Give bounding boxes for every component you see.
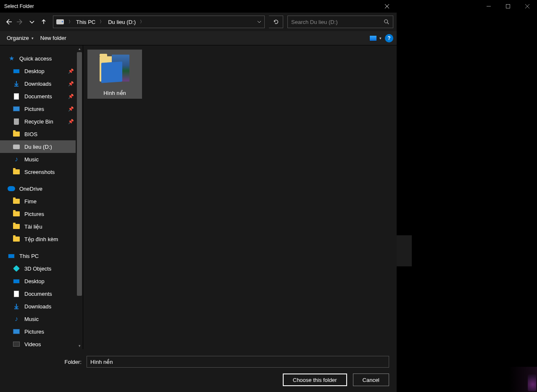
- sidebar-item-label: Pictures: [24, 329, 76, 335]
- search-button[interactable]: [380, 19, 393, 25]
- sidebar-item[interactable]: Videos: [0, 338, 76, 349]
- cancel-button[interactable]: Cancel: [353, 374, 389, 386]
- parent-maximize-button[interactable]: [498, 0, 518, 13]
- nav-tree: ★ Quick access Desktop📌Downloads📌Documen…: [0, 45, 76, 349]
- sidebar-item-label: Du lieu (D:): [24, 144, 76, 150]
- up-button[interactable]: [39, 17, 49, 27]
- sidebar-item[interactable]: Du lieu (D:): [0, 140, 76, 153]
- help-button[interactable]: ?: [385, 34, 393, 42]
- chevron-right-icon[interactable]: 〉: [67, 19, 74, 25]
- sidebar-item[interactable]: Downloads📌: [0, 77, 76, 90]
- sidebar-item[interactable]: Pictures: [0, 325, 76, 338]
- sidebar-item[interactable]: Tài liệu: [0, 220, 76, 233]
- down-icon: [13, 303, 20, 310]
- select-folder-dialog: Select Folder 〉 This PC 〉 Du lieu (D:) 〉: [0, 0, 397, 392]
- sidebar-quick-access[interactable]: ★ Quick access: [0, 52, 76, 65]
- back-button[interactable]: [3, 17, 13, 27]
- new-folder-button[interactable]: New folder: [37, 33, 70, 43]
- search-box[interactable]: [287, 16, 393, 28]
- sidebar-item[interactable]: Pictures📌: [0, 103, 76, 115]
- breadcrumb-this-pc[interactable]: This PC: [74, 19, 97, 25]
- close-button[interactable]: [377, 0, 397, 13]
- pic-icon: [13, 105, 20, 113]
- down-icon: [13, 80, 20, 87]
- sidebar-item[interactable]: Fime: [0, 195, 76, 208]
- address-bar[interactable]: 〉 This PC 〉 Du lieu (D:) 〉: [53, 16, 265, 28]
- sidebar-item[interactable]: Tệp đính kèm: [0, 233, 76, 245]
- sidebar-item[interactable]: ♪Music: [0, 313, 76, 325]
- parent-close-button[interactable]: [518, 0, 537, 13]
- monitor-icon: [13, 277, 20, 285]
- scroll-up-button[interactable]: ▴: [76, 45, 83, 52]
- sidebar-item[interactable]: ♪Music: [0, 153, 76, 166]
- background-panel: [397, 235, 412, 266]
- choose-folder-button[interactable]: Choose this folder: [283, 374, 347, 386]
- folder-icon: [13, 223, 20, 230]
- svg-line-7: [387, 23, 389, 24]
- scroll-down-button[interactable]: ▾: [76, 342, 83, 349]
- titlebar-title: Select Folder: [4, 3, 377, 9]
- sidebar-item-label: Downloads: [24, 81, 64, 87]
- folder-name-input[interactable]: [87, 356, 389, 368]
- sidebar-item-label: Desktop: [24, 278, 76, 284]
- chevron-right-icon[interactable]: 〉: [138, 19, 146, 25]
- sidebar-item-label: Documents: [24, 291, 76, 297]
- drive-icon: [56, 18, 64, 26]
- refresh-button[interactable]: [269, 16, 283, 28]
- nav-bar: 〉 This PC 〉 Du lieu (D:) 〉: [0, 13, 397, 31]
- sidebar-this-pc[interactable]: This PC: [0, 250, 76, 262]
- disk-icon: [13, 143, 20, 150]
- chevron-down-icon: ▾: [32, 36, 34, 40]
- sidebar-item-label: Music: [24, 316, 76, 322]
- doc-icon: [13, 290, 20, 297]
- sidebar-item-label: Pictures: [24, 106, 64, 112]
- address-dropdown-button[interactable]: [254, 20, 264, 24]
- pin-icon: 📌: [68, 119, 74, 124]
- sidebar-item[interactable]: Desktop📌: [0, 65, 76, 77]
- scroll-thumb[interactable]: [77, 52, 82, 296]
- view-options-button[interactable]: ▾: [366, 34, 385, 43]
- sidebar-item[interactable]: Screenshots: [0, 166, 76, 178]
- sidebar-item[interactable]: Documents📌: [0, 90, 76, 103]
- sidebar-item-label: Recycle Bin: [24, 118, 64, 125]
- sidebar-item[interactable]: BIOS: [0, 128, 76, 140]
- sidebar-item-label: Tệp đính kèm: [24, 236, 76, 242]
- folder-icon: [13, 197, 20, 205]
- recent-locations-button[interactable]: [27, 17, 37, 27]
- pic-icon: [13, 328, 20, 335]
- organize-button[interactable]: Organize▾: [3, 33, 37, 43]
- sidebar-item[interactable]: Pictures: [0, 208, 76, 220]
- breadcrumb: This PC 〉 Du lieu (D:) 〉: [74, 19, 254, 25]
- folder-icon: [13, 210, 20, 218]
- dialog-footer: Folder: Choose this folder Cancel: [0, 349, 397, 392]
- breadcrumb-drive[interactable]: Du lieu (D:): [106, 19, 137, 25]
- sidebar-item[interactable]: Desktop: [0, 275, 76, 287]
- sidebar-onedrive[interactable]: OneDrive: [0, 182, 76, 195]
- sidebar-label: This PC: [19, 253, 76, 259]
- doc-icon: [13, 92, 20, 100]
- parent-minimize-button[interactable]: [479, 0, 498, 13]
- sidebar-item-label: Tài liệu: [24, 224, 76, 230]
- sidebar-item[interactable]: Downloads: [0, 300, 76, 313]
- sidebar-item-label: 3D Objects: [24, 266, 76, 272]
- music-icon: ♪: [13, 155, 20, 163]
- folder-thumbnail-icon: [98, 53, 132, 87]
- sidebar-item-label: Videos: [24, 341, 76, 347]
- pin-icon: 📌: [68, 68, 74, 74]
- pin-icon: 📌: [68, 106, 74, 112]
- sidebar-item-label: Fime: [24, 198, 76, 205]
- sidebar-item[interactable]: 3D Objects: [0, 262, 76, 275]
- titlebar[interactable]: Select Folder: [0, 0, 397, 13]
- bin-icon: [13, 118, 20, 125]
- search-input[interactable]: [288, 19, 380, 25]
- folder-icon: [13, 168, 20, 176]
- sidebar-item[interactable]: Documents: [0, 287, 76, 300]
- content-area[interactable]: Hình nền: [83, 45, 397, 349]
- forward-button[interactable]: [15, 17, 25, 27]
- folder-item-selected[interactable]: Hình nền: [87, 50, 142, 99]
- sidebar-item[interactable]: Recycle Bin📌: [0, 115, 76, 128]
- sidebar-scrollbar[interactable]: ▴ ▾: [76, 45, 83, 349]
- chevron-right-icon[interactable]: 〉: [98, 19, 105, 25]
- sidebar-label: OneDrive: [19, 186, 76, 192]
- folder-field-label: Folder:: [8, 359, 83, 365]
